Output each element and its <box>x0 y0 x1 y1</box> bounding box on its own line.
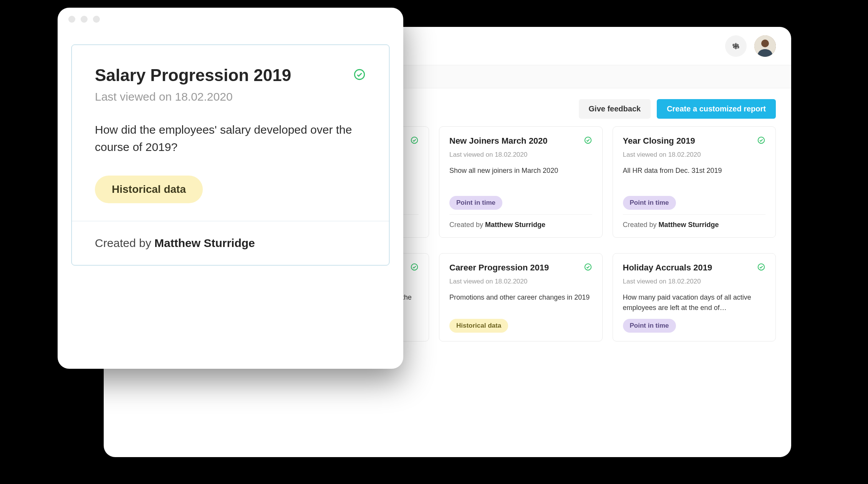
card-footer: Created by Matthew Sturridge <box>623 214 766 229</box>
card-meta: Last viewed on 18.02.2020 <box>449 278 592 285</box>
popup-description: How did the employees' salary developed … <box>95 121 366 156</box>
report-card[interactable]: Year Closing 2019 Last viewed on 18.02.2… <box>613 126 776 238</box>
card-author: Matthew Sturridge <box>659 221 719 229</box>
check-icon <box>410 136 419 146</box>
card-title: Holiday Accruals 2019 <box>623 263 712 273</box>
traffic-light-minimize[interactable] <box>81 16 88 23</box>
check-icon <box>353 68 366 83</box>
card-meta: Last viewed on 18.02.2020 <box>623 278 766 285</box>
card-description: All HR data from Dec. 31st 2019 <box>623 166 766 191</box>
popup-title: Salary Progression 2019 <box>95 66 291 85</box>
created-by-prefix: Created by <box>623 221 659 229</box>
card-tag: Point in time <box>623 196 676 210</box>
report-card[interactable]: Career Progression 2019 Last viewed on 1… <box>439 253 603 341</box>
card-footer: Created by Matthew Sturridge <box>449 214 592 229</box>
popup-titlebar <box>58 8 403 31</box>
give-feedback-button[interactable]: Give feedback <box>579 99 651 119</box>
card-author: Matthew Sturridge <box>485 221 545 229</box>
signpost-icon <box>732 42 740 50</box>
check-icon <box>584 263 592 273</box>
avatar-image <box>754 35 776 57</box>
card-description: How many paid vacation days of all activ… <box>623 292 766 314</box>
popup-tag: Historical data <box>95 176 203 203</box>
card-title: Year Closing 2019 <box>623 136 695 146</box>
svg-point-10 <box>354 70 364 80</box>
check-icon <box>584 136 592 146</box>
card-meta: Last viewed on 18.02.2020 <box>623 151 766 159</box>
traffic-light-close[interactable] <box>68 16 75 23</box>
popup-footer: Created by Matthew Sturridge <box>72 221 389 265</box>
report-card[interactable]: Holiday Accruals 2019 Last viewed on 18.… <box>613 253 776 341</box>
check-icon <box>410 263 419 273</box>
card-meta: Last viewed on 18.02.2020 <box>449 151 592 159</box>
report-detail-popup: Salary Progression 2019 Last viewed on 1… <box>58 8 403 369</box>
card-title: Career Progression 2019 <box>449 263 549 273</box>
popup-author: Matthew Sturridge <box>154 237 255 249</box>
header-right <box>725 35 776 57</box>
card-title: New Joiners March 2020 <box>449 136 548 146</box>
card-description: Show all new joiners in March 2020 <box>449 166 592 191</box>
svg-point-2 <box>761 40 769 47</box>
check-icon <box>757 263 765 273</box>
user-avatar[interactable] <box>754 35 776 57</box>
card-tag: Point in time <box>449 196 502 210</box>
report-card[interactable]: New Joiners March 2020 Last viewed on 18… <box>439 126 603 238</box>
popup-meta: Last viewed on 18.02.2020 <box>95 90 366 103</box>
popup-card[interactable]: Salary Progression 2019 Last viewed on 1… <box>71 45 389 265</box>
created-by-prefix: Created by <box>95 237 154 249</box>
card-tag: Point in time <box>623 319 676 333</box>
check-icon <box>757 136 765 146</box>
card-tag: Historical data <box>449 319 508 333</box>
card-description: Promotions and other career changes in 2… <box>449 292 592 314</box>
create-report-button[interactable]: Create a customized report <box>657 99 776 119</box>
settings-icon-button[interactable] <box>725 35 747 57</box>
traffic-light-zoom[interactable] <box>93 16 100 23</box>
created-by-prefix: Created by <box>449 221 485 229</box>
